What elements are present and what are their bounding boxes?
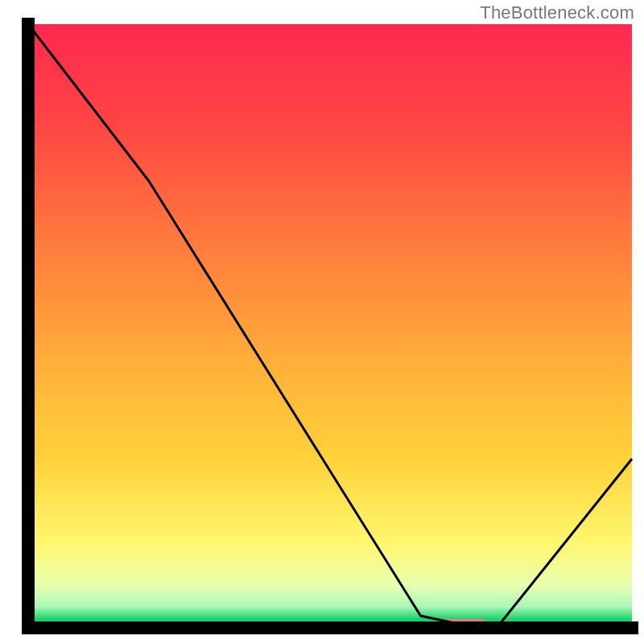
chart-container: TheBottleneck.com [0,0,644,644]
attribution-text: TheBottleneck.com [480,2,634,23]
chart-background [28,24,632,628]
bottleneck-chart [0,0,644,644]
